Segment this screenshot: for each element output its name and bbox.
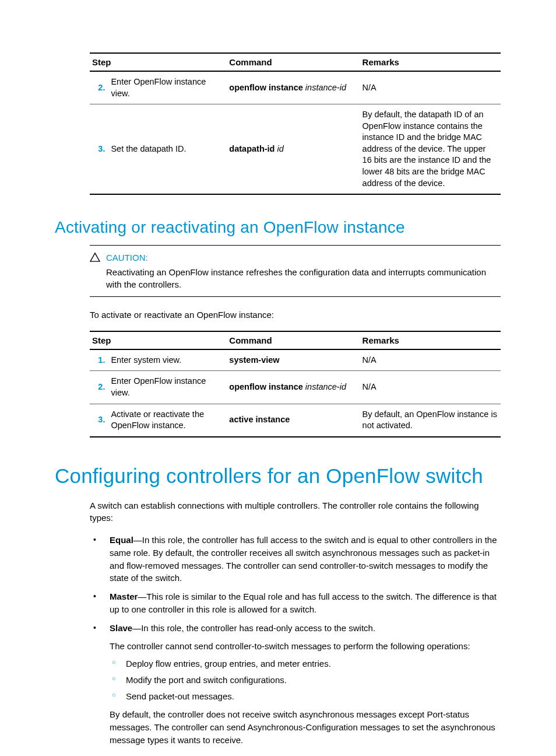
command-arg: instance-id [305,83,346,92]
table-row: 2. Enter OpenFlow instance view. openflo… [90,371,501,404]
command-cell: active instance [227,404,360,437]
slave-para-1: The controller cannot send controller-to… [110,640,501,653]
caution-text: Reactivating an OpenFlow instance refres… [106,266,501,290]
intro-para: To activate or reactivate an OpenFlow in… [90,309,501,321]
table-header-row: Step Command Remarks [90,331,501,349]
remarks-cell: N/A [360,71,501,104]
command-cell: openflow instance instance-id [227,371,360,404]
role-slave: Slave—In this role, the controller has r… [90,622,501,747]
command-table-activate: Step Command Remarks 1. Enter system vie… [90,331,501,438]
section-heading-configuring: Configuring controllers for an OpenFlow … [55,464,501,488]
intro-para-configuring: A switch can establish connections with … [90,499,501,525]
role-master: Master—This role is similar to the Equal… [90,590,501,616]
step-desc: Enter OpenFlow instance view. [108,371,227,404]
slave-para-2: By default, the controller does not rece… [110,708,501,746]
caution-triangle-icon [90,251,100,264]
command-keyword: active instance [229,415,290,424]
col-command: Command [227,331,360,349]
role-name: Slave [110,623,132,633]
slave-sublist: Deploy flow entries, group entries, and … [110,657,501,702]
role-name: Equal [110,535,133,545]
step-number: 1. [90,349,108,371]
remarks-cell: By default, an OpenFlow instance is not … [360,404,501,437]
remarks-cell: N/A [360,371,501,404]
table-header-row: Step Command Remarks [90,53,501,71]
command-arg: id [277,144,284,153]
table-row: 3. Activate or reactivate the OpenFlow i… [90,404,501,437]
command-cell: datapath-id id [227,104,360,194]
step-desc: Enter system view. [108,349,227,371]
svg-marker-0 [90,253,100,261]
col-remarks: Remarks [360,331,501,349]
step-desc: Enter OpenFlow instance view. [108,71,227,104]
section-heading-activating: Activating or reactivating an OpenFlow i… [55,218,501,237]
sub-item: Send packet-out messages. [110,690,501,703]
role-equal: Equal—In this role, the controller has f… [90,534,501,584]
col-step: Step [90,331,227,349]
remarks-cell: N/A [360,349,501,371]
step-number: 2. [90,371,108,404]
table-row: 2. Enter OpenFlow instance view. openflo… [90,71,501,104]
sub-item: Modify the port and switch configuration… [110,674,501,687]
role-desc: —In this role, the controller has read-o… [132,623,375,633]
table-row: 3. Set the datapath ID. datapath-id id B… [90,104,501,194]
roles-list: Equal—In this role, the controller has f… [90,534,501,747]
table-row: 1. Enter system view. system-view N/A [90,349,501,371]
sub-item: Deploy flow entries, group entries, and … [110,657,501,670]
command-cell: openflow instance instance-id [227,71,360,104]
caution-block: CAUTION: Reactivating an OpenFlow instan… [90,245,501,297]
role-desc: —This role is similar to the Equal role … [110,592,497,614]
role-name: Master [110,592,138,601]
command-cell: system-view [227,349,360,371]
step-desc: Activate or reactivate the OpenFlow inst… [108,404,227,437]
col-remarks: Remarks [360,53,501,71]
command-keyword: datapath-id [229,144,275,153]
step-number: 2. [90,71,108,104]
caution-label: CAUTION: [106,251,501,264]
remarks-cell: By default, the datapath ID of an OpenFl… [360,104,501,194]
command-keyword: openflow instance [229,382,303,391]
step-desc: Set the datapath ID. [108,104,227,194]
col-command: Command [227,53,360,71]
col-step: Step [90,53,227,71]
command-arg: instance-id [305,382,346,391]
command-keyword: system-view [229,355,279,365]
step-number: 3. [90,104,108,194]
step-number: 3. [90,404,108,437]
command-table-datapath: Step Command Remarks 2. Enter OpenFlow i… [90,52,501,195]
command-keyword: openflow instance [229,83,303,92]
role-desc: —In this role, the controller has full a… [110,535,497,583]
